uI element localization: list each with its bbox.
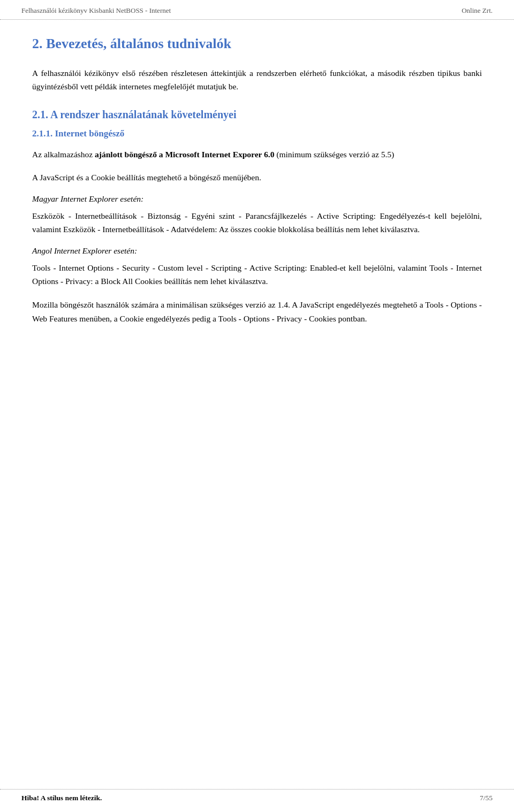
chapter-title: 2. Bevezetés, általános tudnivalók <box>32 36 482 52</box>
main-content: 2. Bevezetés, általános tudnivalók A fel… <box>0 20 514 356</box>
section-2-1-heading: 2.1. A rendszer használatának követelmén… <box>32 109 482 121</box>
header-title-right: Online Zrt. <box>462 6 493 15</box>
angol-ie-block: Tools - Internet Options - Security - Cu… <box>32 261 482 288</box>
angol-ie-text: Tools - Internet Options - Security - Cu… <box>32 261 482 288</box>
angol-ie-label: Angol Internet Explorer esetén: <box>32 246 482 256</box>
page-container: Felhasználói kézikönyv Kisbanki NetBOSS … <box>0 0 514 812</box>
magyar-ie-text: Eszközök - Internetbeállítások - Biztons… <box>32 209 482 236</box>
subsection-2-1-1-heading: 2.1.1. Internet böngésző <box>32 128 482 139</box>
magyar-ie-block: Eszközök - Internetbeállítások - Biztons… <box>32 209 482 236</box>
mozilla-text: Mozilla böngészőt használók számára a mi… <box>32 298 482 325</box>
page-footer: Hiba! A stílus nem létezik. 7/55 <box>0 789 514 802</box>
footer-error: Hiba! A stílus nem létezik. <box>21 794 102 802</box>
footer-page-number: 7/55 <box>480 794 493 802</box>
js-cookie-para: A JavaScript és a Cookie beállítás megte… <box>32 171 482 185</box>
page-header: Felhasználói kézikönyv Kisbanki NetBOSS … <box>0 0 514 20</box>
magyar-ie-label: Magyar Internet Explorer esetén: <box>32 194 482 204</box>
intro-paragraph: A felhasználói kézikönyv első részében r… <box>32 67 482 94</box>
header-title-left: Felhasználói kézikönyv Kisbanki NetBOSS … <box>21 6 171 15</box>
browser-recommendation: Az alkalmazáshoz ajánlott böngésző a Mic… <box>32 148 482 162</box>
